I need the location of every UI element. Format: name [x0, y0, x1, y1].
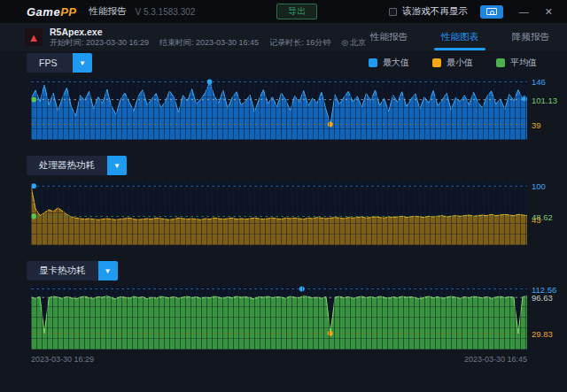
tab-throttle-report[interactable]: 降频报告 — [510, 23, 551, 51]
apex-logo-icon: ▲ — [25, 28, 43, 46]
close-button[interactable]: ✕ — [545, 7, 553, 17]
gpu-power-dropdown-label: 显卡热功耗 — [27, 261, 98, 281]
camera-icon — [486, 8, 497, 15]
axis-label-min: 39 — [532, 121, 541, 130]
chevron-down-icon: ▼ — [73, 53, 92, 73]
session-info-bar: ▲ R5Apex.exe 开始时间: 2023-03-30 16:29 结束时间… — [0, 23, 567, 52]
tab-performance-report[interactable]: 性能报告 — [369, 23, 409, 51]
cpu-power-axis-labels: 10048.6243 — [529, 181, 567, 245]
export-button[interactable]: 导出 — [276, 4, 317, 19]
gamepp-performance-report-window: GamePP 性能报告 V 5.3.1583.302 导出 该游戏不再显示 — … — [0, 0, 567, 392]
marker-dot — [31, 214, 36, 219]
chevron-down-icon: ▼ — [107, 156, 127, 175]
time-axis-end: 2023-03-30 16:45 — [464, 355, 527, 364]
max-swatch-icon — [369, 58, 377, 67]
fps-chart-block: 146101.1339 — [31, 78, 567, 140]
titlebar-section-label: 性能报告 — [89, 5, 126, 18]
location-pin-icon: ◎ — [341, 38, 348, 48]
marker-dot — [328, 122, 333, 127]
gpu-power-axis-labels: 112.5696.6329.83 — [529, 285, 567, 350]
fps-axis-labels: 146101.1339 — [529, 78, 567, 140]
marker-dot — [31, 183, 36, 188]
start-time: 开始时间: 2023-03-30 16:29 — [50, 38, 149, 48]
location-name: 北京 — [350, 38, 366, 48]
marker-dot — [299, 287, 305, 292]
axis-label-avg: 101.13 — [532, 96, 557, 105]
process-name: R5Apex.exe — [50, 27, 366, 38]
cpu-power-chart-block: 10048.6243 — [31, 181, 567, 245]
version-label: V 5.3.1583.302 — [135, 7, 195, 17]
axis-label-min: 43 — [532, 216, 541, 225]
tab-performance-chart[interactable]: 性能图表 — [439, 23, 480, 51]
record-duration: 记录时长: 16分钟 — [269, 38, 330, 48]
marker-dot — [207, 79, 213, 84]
legend-avg: 平均值 — [496, 57, 537, 69]
chevron-down-icon: ▼ — [98, 261, 118, 281]
marker-dot — [31, 97, 36, 103]
gamepp-logo: GamePP — [27, 5, 76, 19]
avg-swatch-icon — [496, 58, 505, 67]
time-axis: 2023-03-30 16:29 2023-03-30 16:45 — [31, 355, 527, 364]
gpu-power-chart-block: 112.5696.6329.83 — [31, 285, 567, 350]
cpu-power-chart-plot — [31, 181, 527, 245]
min-swatch-icon — [432, 58, 441, 67]
axis-label-max: 100 — [532, 182, 546, 191]
gpu-power-chart-plot — [31, 285, 527, 350]
marker-dot — [328, 331, 333, 336]
session-meta: 开始时间: 2023-03-30 16:29 结束时间: 2023-03-30 … — [50, 38, 366, 48]
hide-game-checkbox[interactable] — [389, 8, 397, 16]
gpu-power-chart-header: 显卡热功耗 ▼ — [27, 261, 118, 281]
minimize-button[interactable]: — — [519, 7, 529, 17]
hide-game-label: 该游戏不再显示 — [402, 5, 468, 18]
chart-legend: 最大值 最小值 平均值 — [369, 53, 537, 73]
time-axis-start: 2023-03-30 16:29 — [31, 355, 94, 364]
cpu-power-metric-dropdown[interactable]: 处理器热功耗 ▼ — [27, 156, 127, 175]
report-tabs: 性能报告 性能图表 降频报告 — [369, 23, 551, 51]
fps-dropdown-label: FPS — [27, 53, 73, 73]
legend-min: 最小值 — [432, 57, 473, 69]
cpu-power-chart-header: 处理器热功耗 ▼ — [27, 156, 127, 175]
axis-label-max: 146 — [532, 78, 546, 87]
fps-chart-plot — [31, 78, 527, 140]
screenshot-button[interactable] — [480, 5, 503, 19]
location: ◎ 北京 — [341, 38, 366, 48]
cpu-power-dropdown-label: 处理器热功耗 — [27, 156, 107, 175]
end-time: 结束时间: 2023-03-30 16:45 — [159, 38, 259, 48]
legend-max: 最大值 — [369, 57, 409, 69]
axis-label-min: 29.83 — [532, 330, 553, 339]
titlebar: GamePP 性能报告 V 5.3.1583.302 导出 该游戏不再显示 — … — [0, 0, 567, 23]
axis-label-avg: 96.63 — [532, 294, 553, 303]
marker-dot — [522, 96, 527, 101]
fps-chart-header: FPS ▼ — [27, 53, 92, 73]
process-info: R5Apex.exe 开始时间: 2023-03-30 16:29 结束时间: … — [50, 27, 366, 48]
fps-metric-dropdown[interactable]: FPS ▼ — [27, 53, 92, 73]
gpu-power-metric-dropdown[interactable]: 显卡热功耗 ▼ — [27, 261, 118, 281]
